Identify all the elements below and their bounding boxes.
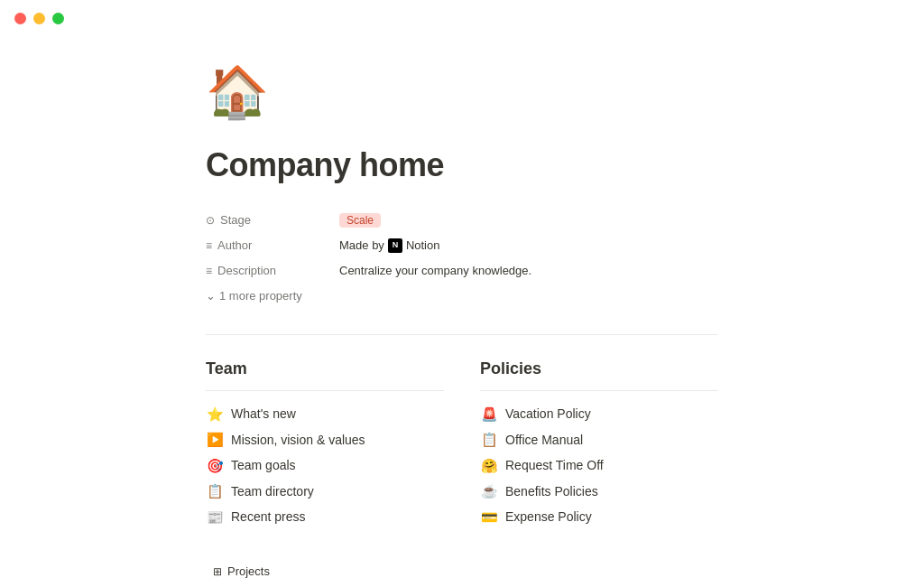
team-section-title: Team [206, 357, 444, 381]
policies-section-title: Policies [480, 357, 718, 381]
policy-item-expense[interactable]: 💳 Expense Policy [480, 505, 718, 531]
directory-emoji: 📋 [206, 481, 224, 502]
whats-new-emoji: ⭐ [206, 405, 224, 425]
stage-value[interactable]: Scale [339, 211, 381, 229]
author-icon: ≡ [206, 238, 212, 254]
properties-section: ⊙ Stage Scale ≡ Author Made by N Notion … [206, 208, 718, 305]
goals-emoji: 🎯 [206, 456, 224, 477]
main-content: 🏠 Company home ⊙ Stage Scale ≡ Author Ma… [119, 36, 805, 578]
benefits-emoji: ☕ [480, 481, 498, 502]
stage-icon: ⊙ [206, 212, 215, 228]
benefits-label: Benefits Policies [505, 482, 598, 501]
notion-logo: N [388, 238, 402, 253]
description-value: Centralize your company knowledge. [339, 262, 531, 280]
team-item-whats-new[interactable]: ⭐ What's new [206, 402, 444, 428]
page-title: Company home [206, 141, 718, 190]
mission-emoji: ▶️ [206, 430, 224, 451]
more-property-toggle[interactable]: ⌄ 1 more property [206, 287, 718, 305]
projects-tab[interactable]: ⊞ Projects [206, 559, 277, 578]
chevron-down-icon: ⌄ [206, 287, 216, 305]
two-col-sections: Team ⭐ What's new ▶️ Mission, vision & v… [206, 357, 718, 531]
policies-divider [480, 390, 718, 391]
vacation-emoji: 🚨 [480, 405, 498, 425]
divider-1 [206, 334, 718, 335]
policy-item-vacation[interactable]: 🚨 Vacation Policy [480, 402, 718, 428]
whats-new-label: What's new [231, 405, 296, 424]
stage-label: ⊙ Stage [206, 211, 332, 229]
vacation-label: Vacation Policy [505, 405, 591, 424]
policy-item-office[interactable]: 📋 Office Manual [480, 427, 718, 453]
projects-tab-label: Projects [227, 563, 270, 578]
author-label: ≡ Author [206, 237, 332, 255]
policy-item-benefits[interactable]: ☕ Benefits Policies [480, 479, 718, 505]
team-item-mission[interactable]: ▶️ Mission, vision & values [206, 427, 444, 453]
press-label: Recent press [231, 508, 305, 527]
team-item-press[interactable]: 📰 Recent press [206, 505, 444, 531]
goals-label: Team goals [231, 456, 296, 475]
projects-section: ⊞ Projects Company goals Aa Goals ⊙ Prio… [206, 559, 718, 578]
office-emoji: 📋 [480, 430, 498, 451]
notion-brand-name: Notion [406, 237, 440, 255]
mission-label: Mission, vision & values [231, 431, 365, 450]
expense-label: Expense Policy [505, 508, 592, 527]
description-icon: ≡ [206, 263, 212, 279]
author-made-by-text: Made by [339, 237, 384, 255]
policies-section: Policies 🚨 Vacation Policy 📋 Office Manu… [480, 357, 718, 531]
timeoff-emoji: 🤗 [480, 456, 498, 477]
title-bar [0, 0, 924, 36]
team-divider [206, 390, 444, 391]
team-section: Team ⭐ What's new ▶️ Mission, vision & v… [206, 357, 444, 531]
author-property: ≡ Author Made by N Notion [206, 233, 718, 258]
maximize-button[interactable] [52, 13, 64, 24]
directory-label: Team directory [231, 482, 314, 501]
close-button[interactable] [14, 13, 26, 24]
team-item-directory[interactable]: 📋 Team directory [206, 479, 444, 505]
table-icon: ⊞ [213, 564, 222, 578]
more-property-label: 1 more property [219, 287, 302, 305]
expense-emoji: 💳 [480, 508, 498, 528]
office-label: Office Manual [505, 431, 583, 450]
minimize-button[interactable] [33, 13, 45, 24]
press-emoji: 📰 [206, 508, 224, 528]
description-label: ≡ Description [206, 262, 332, 280]
timeoff-label: Request Time Off [505, 456, 604, 475]
stage-property: ⊙ Stage Scale [206, 208, 718, 233]
team-item-goals[interactable]: 🎯 Team goals [206, 453, 444, 480]
author-value: Made by N Notion [339, 237, 439, 255]
description-property: ≡ Description Centralize your company kn… [206, 258, 718, 284]
policy-item-timeoff[interactable]: 🤗 Request Time Off [480, 453, 718, 480]
page-icon: 🏠 [206, 54, 718, 130]
